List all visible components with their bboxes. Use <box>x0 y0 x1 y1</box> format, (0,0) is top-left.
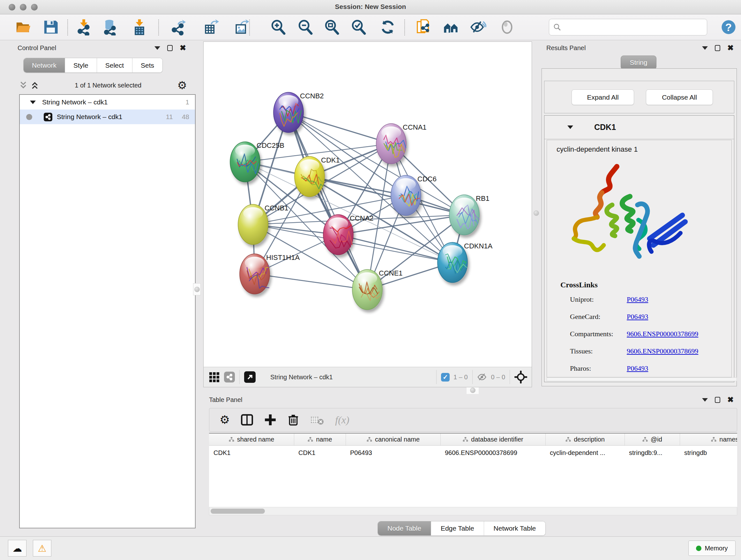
zoom-fit-button[interactable] <box>323 18 341 37</box>
panel-float-icon[interactable] <box>715 397 720 403</box>
refresh-button[interactable] <box>379 18 397 37</box>
panel-float-icon[interactable] <box>715 45 720 51</box>
tab-sets[interactable]: Sets <box>132 58 162 72</box>
column-header[interactable]: name <box>294 434 346 445</box>
table-options-gear-icon[interactable]: ⚙ <box>219 413 230 427</box>
bottom-splitter-handle[interactable] <box>467 386 479 394</box>
string-style-icon[interactable] <box>224 372 235 382</box>
table-cell[interactable]: CDK1 <box>294 446 346 460</box>
table-cell[interactable]: P06493 <box>346 446 441 460</box>
memory-button[interactable]: Memory <box>688 541 736 556</box>
tree-expand-icon[interactable] <box>30 101 36 104</box>
crosslink-link[interactable]: 9606.ENSP00000378699 <box>627 330 698 338</box>
import-database-button[interactable] <box>100 18 119 37</box>
search-input[interactable] <box>564 19 707 35</box>
network-node-ccnb2[interactable]: CCNB2 <box>273 92 324 132</box>
network-node-cdkn1a[interactable]: CDKN1A <box>437 242 493 283</box>
network-node-ccne1[interactable]: CCNE1 <box>352 269 403 310</box>
warnings-button[interactable]: ⚠ <box>33 540 51 557</box>
cloud-status-button[interactable]: ☁ <box>8 540 26 557</box>
table-cell[interactable]: stringdb <box>680 446 737 460</box>
network-node-ccna1[interactable]: CCNA1 <box>376 123 427 164</box>
network-edge[interactable] <box>255 274 367 290</box>
table-cell[interactable]: stringdb:9... <box>624 446 680 460</box>
crosslink-link[interactable]: P06493 <box>627 364 648 373</box>
save-session-button[interactable] <box>42 18 60 37</box>
column-header[interactable]: canonical name <box>346 434 441 445</box>
column-header[interactable]: shared name <box>209 434 294 445</box>
import-table-button[interactable] <box>130 18 149 37</box>
tab-network-table[interactable]: Network Table <box>484 521 546 536</box>
tab-node-table[interactable]: Node Table <box>378 521 431 536</box>
left-splitter-handle[interactable] <box>193 283 201 295</box>
network-edge[interactable] <box>338 235 453 262</box>
table-cell[interactable]: cyclin-dependent ... <box>545 446 624 460</box>
collapse-section-icon[interactable] <box>567 125 573 129</box>
open-session-button[interactable] <box>14 18 32 37</box>
scrollbar-thumb[interactable] <box>211 509 265 514</box>
selected-checkbox-icon[interactable]: ✓ <box>441 373 450 381</box>
zoom-in-button[interactable] <box>269 18 287 37</box>
panel-menu-icon[interactable] <box>154 46 160 50</box>
column-header[interactable]: namespace <box>680 434 737 445</box>
table-horizontal-scrollbar[interactable] <box>209 507 737 515</box>
network-canvas[interactable]: CCNB2CCNA1CDC25BCDK1CDC6RB1CCNB1CCNA2CDK… <box>204 42 532 367</box>
network-node-ccna2[interactable]: CCNA2 <box>323 214 374 255</box>
zoom-out-button[interactable] <box>296 18 315 37</box>
zoom-selected-button[interactable] <box>349 18 368 37</box>
show-columns-icon[interactable] <box>241 414 253 426</box>
export-image-button[interactable] <box>233 18 252 37</box>
expand-all-icon[interactable] <box>30 81 39 90</box>
delete-table-icon[interactable] <box>310 414 324 426</box>
table-cell[interactable]: 9606.ENSP00000378699 <box>441 446 545 460</box>
column-header[interactable]: database identifier <box>441 434 545 445</box>
collapse-all-button[interactable]: Collapse All <box>646 89 713 105</box>
column-header[interactable]: @id <box>624 434 680 445</box>
tab-style[interactable]: Style <box>65 58 97 72</box>
network-node-ccnb1[interactable]: CCNB1 <box>238 204 288 245</box>
show-graphics-button[interactable] <box>498 18 516 37</box>
network-node-cdc25b[interactable]: CDC25B <box>230 141 284 182</box>
column-header[interactable]: description <box>545 434 624 445</box>
export-network-button[interactable] <box>170 18 189 37</box>
tab-network[interactable]: Network <box>23 58 65 72</box>
network-collection-row[interactable]: String Network – cdk1 1 <box>20 95 195 110</box>
function-builder-icon[interactable]: f(x) <box>335 414 349 426</box>
table-row[interactable]: CDK1 CDK1 P06493 9606.ENSP00000378699 cy… <box>209 446 737 460</box>
search-box[interactable] <box>549 19 707 36</box>
birds-eye-crosshair-icon[interactable] <box>515 371 527 383</box>
results-scrollbar[interactable] <box>547 377 737 381</box>
grid-view-icon[interactable] <box>209 372 219 382</box>
crosslink-link[interactable]: P06493 <box>627 295 648 304</box>
network-options-gear-icon[interactable]: ⚙ <box>178 80 187 91</box>
import-network-button[interactable] <box>75 18 93 37</box>
add-column-icon[interactable] <box>264 414 276 426</box>
panel-close-icon[interactable]: ✖ <box>727 396 734 403</box>
clone-network-button[interactable] <box>414 18 433 37</box>
network-edge[interactable] <box>288 112 367 290</box>
table-cell[interactable]: CDK1 <box>209 446 294 460</box>
expand-all-button[interactable]: Expand All <box>571 89 634 105</box>
network-node-cdc6[interactable]: CDC6 <box>391 175 436 215</box>
open-in-window-icon[interactable] <box>244 371 256 383</box>
network-node-hist1h1a[interactable]: HIST1H1A <box>240 253 300 294</box>
network-edge[interactable] <box>288 112 391 144</box>
panel-menu-icon[interactable] <box>702 46 708 50</box>
network-row[interactable]: String Network – cdk1 11 48 <box>20 110 195 124</box>
tab-string[interactable]: String <box>621 56 657 70</box>
export-table-button[interactable] <box>202 18 221 37</box>
home-button[interactable] <box>442 18 460 37</box>
help-button[interactable]: ? <box>719 18 738 37</box>
crosslink-link[interactable]: 9606.ENSP00000378699 <box>627 347 698 355</box>
tab-select[interactable]: Select <box>97 58 132 72</box>
gene-section-header[interactable]: CDK1 <box>544 116 734 139</box>
panel-close-icon[interactable]: ✖ <box>180 45 186 51</box>
panel-menu-icon[interactable] <box>702 398 708 401</box>
panel-float-icon[interactable] <box>167 45 173 51</box>
crosslink-link[interactable]: P06493 <box>627 313 648 321</box>
tab-edge-table[interactable]: Edge Table <box>431 521 484 536</box>
delete-column-icon[interactable] <box>287 414 299 426</box>
network-node-rb1[interactable]: RB1 <box>449 194 489 235</box>
panel-close-icon[interactable]: ✖ <box>727 45 734 51</box>
hide-graphics-button[interactable] <box>469 18 487 37</box>
